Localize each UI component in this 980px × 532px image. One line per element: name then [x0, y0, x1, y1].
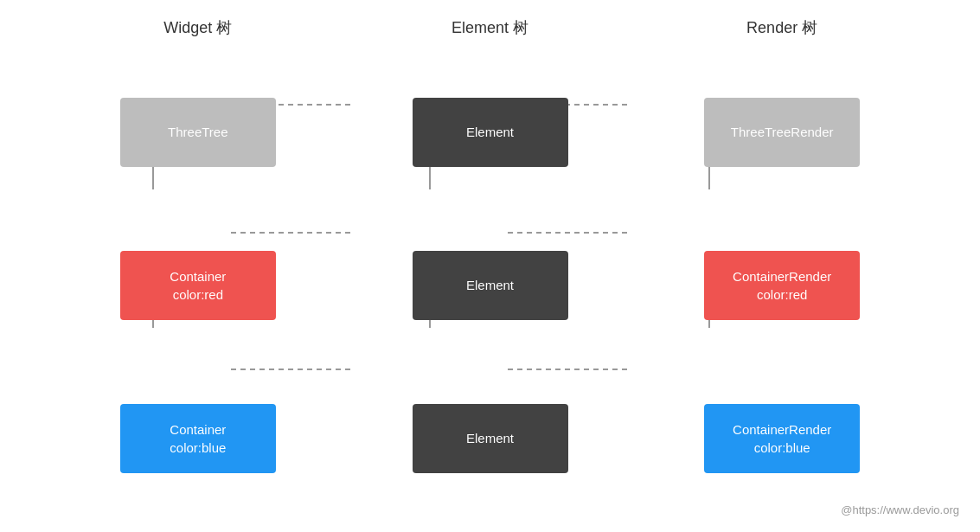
element-column: Element Element Element: [344, 55, 637, 515]
element-tree-header: Element 树: [394, 17, 585, 38]
element-node-1-label: Element: [466, 276, 514, 294]
diagram: Widget 树 Element 树 Render 树: [0, 0, 980, 532]
render-node-1-label: ContainerRender color:red: [733, 267, 831, 304]
element-node-1: Element: [413, 251, 568, 320]
element-node-2: Element: [413, 404, 568, 473]
render-node-2: ContainerRender color:blue: [704, 404, 860, 473]
column-headers: Widget 树 Element 树 Render 树: [0, 17, 980, 38]
widget-node-0-label: ThreeTree: [168, 123, 227, 141]
render-column: ThreeTreeRender ContainerRender color:re…: [636, 55, 928, 515]
widget-column: ThreeTree Container color:red Container …: [52, 55, 344, 515]
element-node-0-label: Element: [466, 123, 514, 141]
element-node-2-label: Element: [466, 429, 514, 447]
render-node-1: ContainerRender color:red: [704, 251, 860, 320]
widget-node-2: Container color:blue: [120, 404, 276, 473]
widget-node-2-label: Container color:blue: [170, 420, 226, 457]
diagram-area: ThreeTree Container color:red Container …: [0, 55, 980, 515]
watermark: @https://www.devio.org: [841, 503, 959, 516]
widget-node-1-label: Container color:red: [170, 267, 226, 304]
render-node-0: ThreeTreeRender: [704, 98, 860, 167]
widget-node-1: Container color:red: [120, 251, 276, 320]
render-node-2-label: ContainerRender color:blue: [733, 420, 831, 457]
widget-tree-header: Widget 树: [103, 17, 293, 38]
render-tree-header: Render 树: [687, 17, 877, 38]
element-node-0: Element: [413, 98, 568, 167]
render-node-0-label: ThreeTreeRender: [731, 123, 834, 141]
widget-node-0: ThreeTree: [120, 98, 276, 167]
